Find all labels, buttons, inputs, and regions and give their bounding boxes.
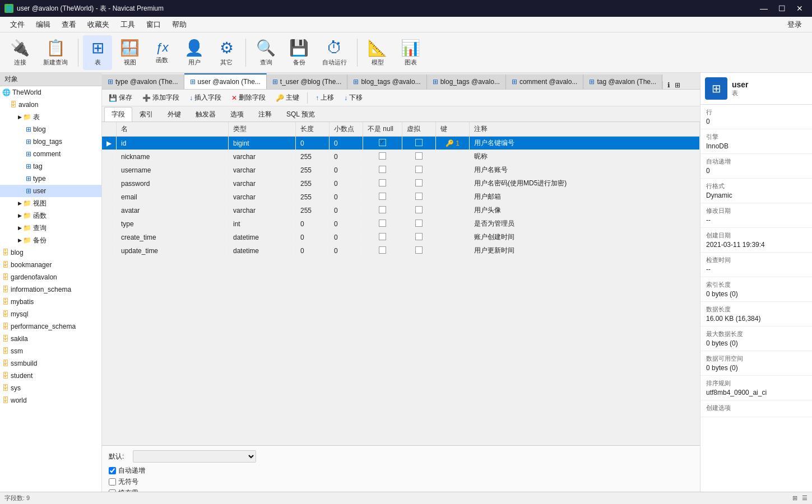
- toolbar-connect[interactable]: 🔌 连接: [4, 35, 35, 70]
- sidebar-item-world[interactable]: 🗄world: [0, 394, 101, 407]
- sidebar-item-comment[interactable]: ⊞comment: [0, 148, 101, 160]
- field-name[interactable]: create_time: [117, 231, 229, 244]
- field-not-null[interactable]: [363, 244, 402, 258]
- menu-file[interactable]: 文件: [4, 17, 30, 32]
- sub-tab-fields[interactable]: 字段: [104, 107, 132, 122]
- field-name[interactable]: password: [117, 177, 229, 190]
- table-row[interactable]: create_time datetime 0 0 账户创建时间: [102, 231, 700, 244]
- tab-blog-tags2[interactable]: ⊞ blog_tags @avalo...: [427, 74, 506, 89]
- field-decimal[interactable]: 0: [330, 231, 363, 244]
- sidebar-item-avalon[interactable]: 🗄avalon: [0, 99, 101, 111]
- tab-user[interactable]: ⊞ user @avalon (The...: [184, 73, 267, 89]
- field-name[interactable]: avatar: [117, 204, 229, 217]
- toolbar-function[interactable]: ƒx 函数: [147, 37, 177, 68]
- sub-tab-comment[interactable]: 注释: [251, 107, 279, 122]
- sidebar-item-ssmbuild[interactable]: 🗄ssmbuild: [0, 357, 101, 370]
- sidebar-item-functions[interactable]: ▶📁函数: [0, 209, 101, 222]
- col-length[interactable]: 长度: [296, 122, 330, 137]
- field-type[interactable]: datetime: [229, 244, 296, 258]
- field-not-null[interactable]: [363, 150, 402, 164]
- field-decimal[interactable]: 0: [330, 244, 363, 258]
- field-type[interactable]: datetime: [229, 231, 296, 244]
- sidebar-item-blog_tags[interactable]: ⊞blog_tags: [0, 136, 101, 148]
- field-name[interactable]: type: [117, 217, 229, 231]
- sidebar-item-blog[interactable]: ⊞blog: [0, 123, 101, 136]
- field-length[interactable]: 255: [296, 204, 330, 217]
- status-icon-2[interactable]: ☰: [802, 494, 808, 502]
- col-type[interactable]: 类型: [229, 122, 296, 137]
- sidebar-item-tag[interactable]: ⊞tag: [0, 160, 101, 172]
- sidebar-item-sakila[interactable]: 🗄sakila: [0, 333, 101, 345]
- sidebar-item-user[interactable]: ⊞user: [0, 185, 101, 197]
- field-name[interactable]: id: [117, 137, 229, 150]
- login-button[interactable]: 登录: [782, 17, 808, 32]
- toolbar-backup[interactable]: 💾 备份: [284, 35, 314, 70]
- col-not-null[interactable]: 不是 null: [363, 122, 402, 137]
- table-row[interactable]: type int 0 0 是否为管理员: [102, 217, 700, 231]
- field-decimal[interactable]: 0: [330, 190, 363, 204]
- status-icon-1[interactable]: ⊞: [792, 494, 797, 502]
- sidebar-item-theworld[interactable]: 🌐TheWorld: [0, 86, 101, 99]
- field-not-null[interactable]: [363, 204, 402, 217]
- menu-tools[interactable]: 工具: [115, 17, 141, 32]
- sidebar-item-ssm[interactable]: 🗄ssm: [0, 345, 101, 357]
- toolbar-table[interactable]: ⊞ 表: [83, 35, 112, 70]
- field-not-null[interactable]: [363, 164, 402, 177]
- sidebar-item-information_schema[interactable]: 🗄information_schema: [0, 283, 101, 296]
- field-not-null[interactable]: [363, 190, 402, 204]
- toolbar-user[interactable]: 👤 用户: [179, 35, 210, 70]
- field-name[interactable]: username: [117, 164, 229, 177]
- col-comment[interactable]: 注释: [470, 122, 700, 137]
- sidebar-item-performance_schema[interactable]: 🗄performance_schema: [0, 320, 101, 333]
- field-virtual[interactable]: [402, 190, 436, 204]
- toolbar-other[interactable]: ⚙ 其它: [212, 35, 241, 70]
- sub-tab-triggers[interactable]: 触发器: [188, 107, 223, 122]
- field-type[interactable]: varchar: [229, 150, 296, 164]
- field-decimal[interactable]: 0: [330, 164, 363, 177]
- toolbar-new-query[interactable]: 📋 新建查询: [38, 35, 73, 70]
- field-length[interactable]: 255: [296, 150, 330, 164]
- field-decimal[interactable]: 0: [330, 177, 363, 190]
- close-button[interactable]: ✕: [792, 1, 808, 16]
- menu-favorites[interactable]: 收藏夹: [82, 17, 115, 32]
- tab-blog-tags[interactable]: ⊞ blog_tags @avalo...: [347, 74, 426, 89]
- table-row[interactable]: password varchar 255 0 用户名密码(使用MD5进行加密): [102, 177, 700, 190]
- tab-t-user-blog[interactable]: ⊞ t_user @blog (The...: [267, 74, 348, 89]
- sidebar-item-bookmanager[interactable]: 🗄bookmanager: [0, 259, 101, 271]
- field-type[interactable]: int: [229, 217, 296, 231]
- field-type[interactable]: varchar: [229, 164, 296, 177]
- tab-info-icon[interactable]: ℹ: [665, 81, 672, 89]
- sidebar-item-student[interactable]: 🗄student: [0, 370, 101, 382]
- sidebar-item-gardenofavalon[interactable]: 🗄gardenofavalon: [0, 271, 101, 283]
- field-not-null[interactable]: [363, 231, 402, 244]
- field-type[interactable]: varchar: [229, 177, 296, 190]
- tab-grid-icon[interactable]: ⊞: [672, 81, 683, 89]
- sub-tab-options[interactable]: 选项: [223, 107, 251, 122]
- field-not-null[interactable]: [363, 177, 402, 190]
- field-length[interactable]: 255: [296, 177, 330, 190]
- minimize-button[interactable]: —: [756, 1, 772, 16]
- field-virtual[interactable]: [402, 137, 436, 150]
- field-virtual[interactable]: [402, 177, 436, 190]
- field-length[interactable]: 0: [296, 231, 330, 244]
- move-up-button[interactable]: ↑ 上移: [311, 91, 338, 104]
- tab-tag[interactable]: ⊞ tag @avalon (The...: [583, 74, 662, 89]
- table-row[interactable]: update_time datetime 0 0 用户更新时间: [102, 244, 700, 258]
- save-button[interactable]: 💾 保存: [104, 91, 137, 104]
- field-name[interactable]: email: [117, 190, 229, 204]
- sub-tab-sql-preview[interactable]: SQL 预览: [279, 107, 322, 122]
- field-decimal[interactable]: 0: [330, 217, 363, 231]
- field-length[interactable]: 255: [296, 164, 330, 177]
- sidebar-item-mybatis[interactable]: 🗄mybatis: [0, 296, 101, 308]
- auto-increment-checkbox[interactable]: [109, 467, 116, 474]
- table-row[interactable]: ▶ id bigint 0 0 🔑 1 用户名键编号: [102, 137, 700, 150]
- field-name[interactable]: update_time: [117, 244, 229, 258]
- field-virtual[interactable]: [402, 244, 436, 258]
- field-length[interactable]: 0: [296, 137, 330, 150]
- field-length[interactable]: 0: [296, 217, 330, 231]
- maximize-button[interactable]: ☐: [774, 1, 790, 16]
- toolbar-model[interactable]: 📐 模型: [362, 35, 393, 70]
- sidebar-item-blog-db[interactable]: 🗄blog: [0, 246, 101, 259]
- tab-type[interactable]: ⊞ type @avalon (The...: [102, 74, 184, 89]
- tab-comment[interactable]: ⊞ comment @avalo...: [506, 74, 584, 89]
